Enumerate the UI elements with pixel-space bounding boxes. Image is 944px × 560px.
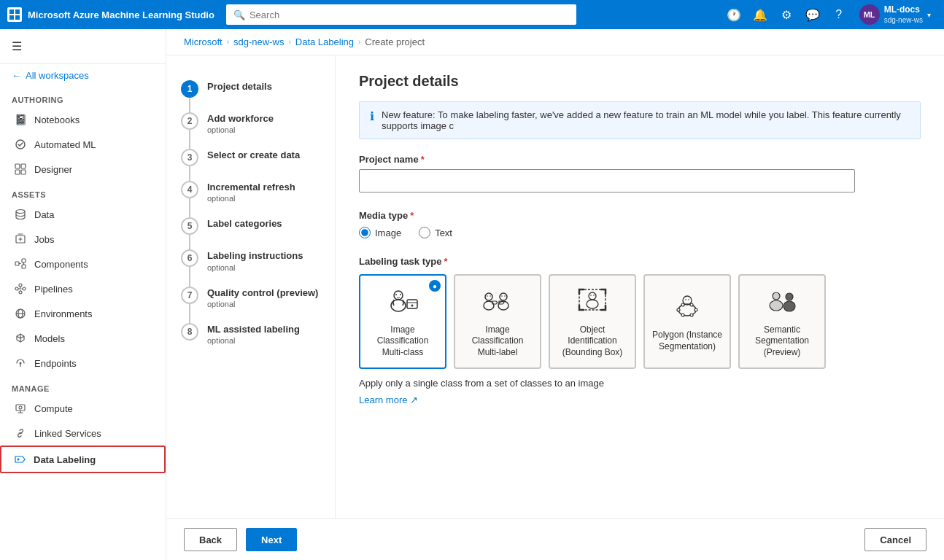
step-subtitle-7: optional (207, 300, 320, 308)
sidebar-item-notebooks[interactable]: 📓 Notebooks (0, 107, 166, 132)
wizard-steps: 1 Project details 2 Add workforce option… (166, 55, 336, 518)
back-button[interactable]: Back (184, 528, 237, 551)
svg-point-52 (681, 303, 684, 306)
sidebar-item-jobs[interactable]: Jobs (0, 227, 166, 252)
media-type-image[interactable]: Image (359, 227, 401, 238)
media-type-text[interactable]: Text (419, 227, 452, 238)
data-labeling-icon (13, 453, 26, 466)
breadcrumb-data-labeling[interactable]: Data Labeling (295, 36, 354, 47)
svg-point-27 (400, 294, 401, 295)
user-profile[interactable]: ML ML-docs sdg-new-ws ▾ (854, 0, 937, 29)
sidebar-item-environments-label: Environments (34, 308, 92, 319)
notebooks-icon: 📓 (14, 113, 27, 126)
step-title-6: Labeling instructions (207, 249, 320, 262)
sidebar-item-models[interactable]: Models (0, 326, 166, 351)
wizard-step-3[interactable]: 3 Select or create data (166, 141, 335, 174)
section-manage-label: Manage (0, 376, 166, 396)
cancel-button[interactable]: Cancel (864, 528, 926, 551)
svg-point-50 (695, 308, 697, 311)
svg-point-31 (485, 293, 492, 300)
avatar: ML (859, 4, 880, 25)
sidebar-item-pipelines[interactable]: Pipelines (0, 276, 166, 301)
svg-point-45 (685, 300, 686, 301)
wizard-step-6[interactable]: 6 Labeling instructions optional (166, 242, 335, 279)
sidebar-item-designer[interactable]: Designer (0, 157, 166, 182)
task-type-label: Labeling task type * (359, 256, 921, 267)
workspace-pill[interactable]: This workspace ▾ (484, 7, 569, 22)
task-required-indicator: * (444, 256, 447, 267)
breadcrumb-sep-3: › (358, 38, 360, 46)
feedback-icon[interactable]: 💬 (801, 3, 824, 26)
user-info: ML-docs sdg-new-ws (884, 4, 923, 26)
wizard-step-5[interactable]: 5 Label categories (166, 210, 335, 242)
sidebar-item-data-labeling[interactable]: Data Labeling (0, 446, 166, 473)
project-name-section: Project name * (359, 154, 921, 192)
task-card-image-classification-multi-label[interactable]: Image Classification Multi-label (454, 274, 541, 369)
svg-point-36 (501, 295, 503, 297)
task-card-semantic-segmentation[interactable]: Semantic Segmentation (Preview) (738, 274, 826, 369)
data-icon (14, 208, 27, 221)
step-info-2: Add workforce optional (207, 112, 320, 134)
step-title-4: Incremental refresh (207, 181, 320, 194)
svg-rect-6 (21, 164, 26, 168)
task-label-3: Object Identification (Bounding Box) (556, 324, 629, 359)
user-chevron-icon: ▾ (927, 11, 931, 19)
sidebar-item-compute[interactable]: Compute (0, 396, 166, 421)
svg-rect-2 (9, 15, 14, 20)
svg-point-47 (677, 308, 680, 311)
svg-rect-1 (15, 9, 20, 14)
section-assets-label: Assets (0, 182, 166, 202)
sidebar-item-automated-ml[interactable]: Automated ML (0, 132, 166, 157)
task-card-polygon-instance-segmentation[interactable]: Polygon (Instance Segmentation) (643, 274, 731, 369)
sidebar-item-designer-label: Designer (34, 164, 72, 175)
svg-point-23 (18, 459, 20, 461)
wizard-step-4[interactable]: 4 Incremental refresh optional (166, 174, 335, 210)
wizard-step-1[interactable]: 1 Project details (166, 73, 335, 105)
help-icon[interactable]: ? (827, 3, 851, 26)
task-cards: ● (359, 274, 921, 369)
wizard-step-7[interactable]: 7 Quality control (preview) optional (166, 279, 335, 316)
brand-icon (7, 7, 22, 22)
section-authoring-label: Authoring (0, 87, 166, 107)
svg-point-54 (773, 292, 780, 300)
hamburger-icon[interactable]: ☰ (9, 36, 25, 56)
sidebar-back-button[interactable]: ← All workspaces (0, 64, 166, 87)
breadcrumb-sep-1: › (227, 38, 229, 46)
svg-point-14 (15, 287, 18, 290)
media-image-radio[interactable] (359, 227, 371, 238)
step-circle-6: 6 (181, 249, 198, 267)
notifications-icon[interactable]: 🔔 (748, 3, 772, 26)
svg-rect-11 (15, 262, 19, 265)
project-name-input[interactable] (359, 169, 855, 192)
sidebar-item-linked-services[interactable]: Linked Services (0, 421, 166, 446)
settings-icon[interactable]: ⚙ (775, 3, 798, 26)
sidebar-item-data[interactable]: Data (0, 202, 166, 227)
sidebar-item-environments[interactable]: Environments (0, 301, 166, 326)
breadcrumb-sdg[interactable]: sdg-new-ws (233, 36, 284, 47)
svg-point-41 (590, 295, 592, 296)
footer-bar: Back Next Cancel (166, 518, 944, 560)
wizard-step-8[interactable]: 8 ML assisted labeling optional (166, 316, 335, 352)
learn-more-link[interactable]: Learn more ↗ (359, 394, 921, 405)
sidebar-item-endpoints[interactable]: Endpoints (0, 351, 166, 376)
step-title-3: Select or create data (207, 149, 320, 162)
wizard-step-2[interactable]: 2 Add workforce optional (166, 105, 335, 141)
svg-rect-21 (16, 405, 25, 411)
step-info-6: Labeling instructions optional (207, 249, 320, 271)
next-button[interactable]: Next (246, 528, 297, 551)
svg-point-37 (504, 295, 506, 297)
task-card-image-classification-multi-class[interactable]: ● (359, 274, 446, 369)
chevron-down-icon: ▾ (556, 9, 560, 20)
breadcrumb-microsoft[interactable]: Microsoft (184, 36, 223, 47)
search-bar[interactable]: 🔍 This workspace ▾ (226, 4, 576, 25)
search-input[interactable] (249, 9, 473, 20)
sidebar-item-components[interactable]: Components (0, 252, 166, 276)
media-text-label: Text (435, 228, 452, 238)
sidebar-item-notebooks-label: Notebooks (34, 114, 80, 125)
sidebar-item-endpoints-label: Endpoints (34, 358, 77, 369)
svg-rect-3 (15, 15, 20, 20)
required-indicator: * (421, 154, 425, 165)
task-card-object-identification[interactable]: Object Identification (Bounding Box) (549, 274, 636, 369)
media-text-radio[interactable] (419, 227, 430, 238)
history-icon[interactable]: 🕐 (722, 3, 746, 26)
